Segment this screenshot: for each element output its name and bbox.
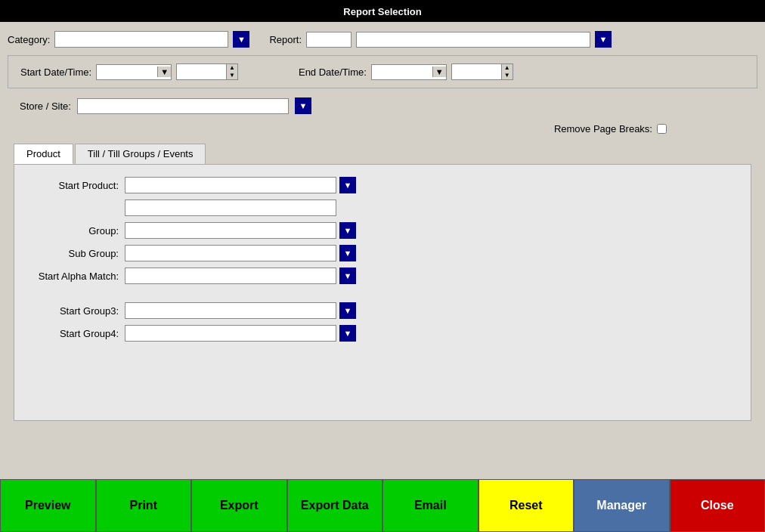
- end-date-wrap: 18/03/2020 ▼: [371, 64, 447, 80]
- tab-product-label: Product: [26, 148, 60, 159]
- start-time-up-btn[interactable]: ▲: [227, 64, 237, 72]
- product-tab-content: Start Product: Group:: [14, 164, 751, 421]
- start-alpha-match-group: [125, 268, 356, 284]
- preview-button[interactable]: Preview: [0, 479, 96, 532]
- remove-page-breaks-label: Remove Page Breaks:: [554, 123, 652, 135]
- remove-page-breaks-row: Remove Page Breaks:: [8, 123, 757, 139]
- tab-till[interactable]: Till / Till Groups / Events: [75, 144, 206, 164]
- end-datetime-block: End Date/Time: 18/03/2020 ▼ 23:59:59 ▲ ▼: [299, 63, 513, 80]
- store-site-dropdown-btn[interactable]: [295, 97, 311, 114]
- title-bar: Report Selection: [0, 0, 765, 22]
- start-group4-input[interactable]: [125, 325, 336, 342]
- start-alpha-match-input[interactable]: [125, 268, 336, 284]
- report-label: Report:: [269, 34, 302, 45]
- end-datetime-label: End Date/Time:: [299, 66, 367, 78]
- start-group3-row: Start Group3:: [26, 302, 739, 319]
- end-time-spinner: ▲ ▼: [501, 64, 513, 79]
- title-text: Report Selection: [343, 6, 421, 17]
- start-product-input[interactable]: [125, 177, 336, 193]
- end-date-cal-btn[interactable]: ▼: [432, 66, 446, 77]
- category-report-row: Category: SALES REPORTS Report: SR078 Ba…: [8, 28, 757, 51]
- start-alpha-match-dropdown-btn[interactable]: [339, 268, 356, 284]
- email-button[interactable]: Email: [382, 479, 479, 532]
- report-description-input[interactable]: Basic Unit Sales Totals by Site: [356, 32, 590, 48]
- start-product-secondary-row: [26, 200, 739, 216]
- end-date-input[interactable]: 18/03/2020: [372, 65, 432, 79]
- end-time-input[interactable]: 23:59:59: [452, 65, 501, 79]
- start-group4-label: Start Group4:: [26, 328, 125, 339]
- category-input[interactable]: SALES REPORTS: [54, 31, 228, 48]
- tabs-header: Product Till / Till Groups / Events: [14, 144, 751, 164]
- report-code-input[interactable]: SR078: [306, 32, 352, 48]
- sub-group-dropdown-btn[interactable]: [339, 245, 356, 261]
- start-alpha-match-row: Start Alpha Match:: [26, 268, 739, 284]
- store-site-input[interactable]: [77, 98, 289, 114]
- sub-group-label: Sub Group:: [26, 248, 125, 259]
- start-group3-label: Start Group3:: [26, 305, 125, 317]
- sub-group-input[interactable]: [125, 245, 336, 261]
- close-button[interactable]: Close: [670, 479, 766, 532]
- manager-button[interactable]: Manager: [574, 479, 670, 532]
- group-row: Group:: [26, 222, 739, 239]
- store-site-label: Store / Site:: [20, 101, 71, 112]
- sub-group-row: Sub Group:: [26, 245, 739, 261]
- group-dropdown-btn[interactable]: [339, 222, 356, 239]
- report-dropdown-btn[interactable]: [595, 31, 612, 48]
- start-group3-dropdown-btn[interactable]: [339, 302, 356, 319]
- start-product-dropdown-btn[interactable]: [339, 177, 356, 193]
- start-date-wrap: 18/03/2019 ▼: [96, 64, 172, 80]
- category-dropdown-btn[interactable]: [233, 31, 249, 48]
- start-time-spinner: ▲ ▼: [226, 64, 237, 79]
- category-label: Category:: [8, 34, 50, 45]
- tabs-container: Product Till / Till Groups / Events Star…: [14, 144, 751, 421]
- group-input-group: [125, 222, 356, 239]
- tab-product[interactable]: Product: [14, 144, 73, 164]
- start-time-wrap: 00:00:00 ▲ ▼: [176, 63, 238, 80]
- group-input[interactable]: [125, 222, 336, 239]
- group-label: Group:: [26, 225, 125, 237]
- start-product-label: Start Product:: [26, 180, 125, 191]
- start-time-input[interactable]: 00:00:00: [177, 65, 226, 79]
- end-time-up-btn[interactable]: ▲: [502, 64, 513, 72]
- tab-till-label: Till / Till Groups / Events: [88, 148, 194, 159]
- start-product-row: Start Product:: [26, 177, 739, 193]
- start-group4-dropdown-btn[interactable]: [339, 325, 356, 342]
- export-data-button[interactable]: Export Data: [287, 479, 383, 532]
- sub-group-input-group: [125, 245, 356, 261]
- start-date-cal-btn[interactable]: ▼: [157, 66, 171, 77]
- end-time-down-btn[interactable]: ▼: [502, 72, 513, 79]
- start-date-input[interactable]: 18/03/2019: [97, 65, 157, 79]
- start-datetime-label: Start Date/Time:: [20, 66, 91, 78]
- start-product-secondary-input[interactable]: [125, 200, 336, 216]
- end-time-wrap: 23:59:59 ▲ ▼: [451, 63, 513, 80]
- start-product-group: [125, 177, 356, 193]
- start-group4-row: Start Group4:: [26, 325, 739, 342]
- start-group3-input[interactable]: [125, 302, 336, 319]
- bottom-buttons: Preview Print Export Export Data Email R…: [0, 479, 765, 532]
- reset-button[interactable]: Reset: [479, 479, 575, 532]
- print-button[interactable]: Print: [96, 479, 192, 532]
- start-datetime-block: Start Date/Time: 18/03/2019 ▼ 00:00:00 ▲…: [20, 63, 238, 80]
- start-alpha-match-label: Start Alpha Match:: [26, 271, 125, 282]
- start-group4-input-group: [125, 325, 356, 342]
- store-site-row: Store / Site:: [8, 93, 757, 119]
- start-group3-input-group: [125, 302, 356, 319]
- start-time-down-btn[interactable]: ▼: [227, 72, 237, 79]
- datetime-section: Start Date/Time: 18/03/2019 ▼ 00:00:00 ▲…: [8, 55, 757, 88]
- remove-page-breaks-checkbox[interactable]: [657, 124, 667, 134]
- export-button[interactable]: Export: [191, 479, 287, 532]
